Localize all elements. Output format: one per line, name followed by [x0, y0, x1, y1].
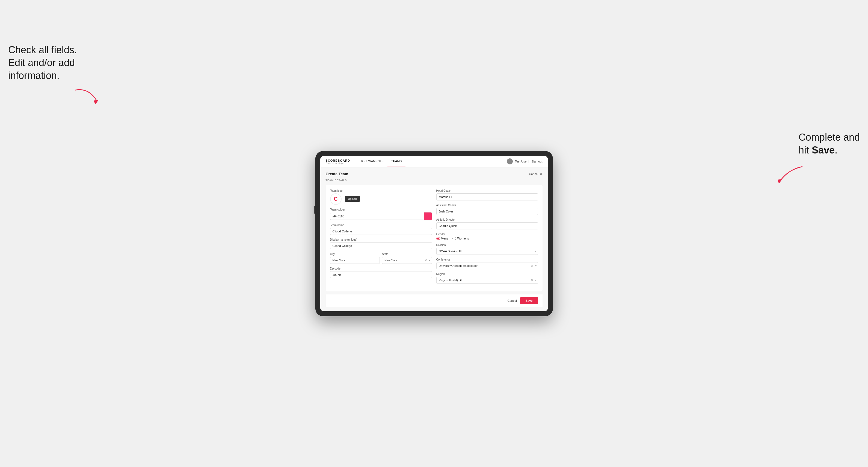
form-header: Create Team Cancel ✕: [326, 172, 542, 176]
display-name-input[interactable]: [330, 242, 432, 249]
city-group: City: [330, 253, 380, 264]
team-colour-group: Team colour: [330, 208, 432, 220]
region-clear-icon[interactable]: ✕: [531, 278, 533, 282]
nav-links: TOURNAMENTS TEAMS: [356, 156, 405, 167]
gender-womens-text: Womens: [457, 237, 469, 240]
section-label: TEAM DETAILS: [326, 179, 542, 182]
display-name-label: Display name (unique): [330, 238, 432, 241]
annotation-right-line2: hit Save.: [799, 145, 837, 156]
header-cancel-button[interactable]: Cancel ✕: [529, 172, 542, 176]
team-colour-label: Team colour: [330, 208, 432, 211]
form-card: Team logo C Upload Team colo: [326, 185, 542, 291]
annotation-right: Complete and hit Save.: [799, 131, 860, 157]
gender-mens-text: Mens: [441, 237, 448, 240]
zip-input[interactable]: [330, 271, 432, 278]
annotation-line2: Edit and/or add: [8, 57, 75, 68]
head-coach-input[interactable]: [436, 193, 538, 200]
form-columns: Team logo C Upload Team colo: [330, 189, 538, 287]
conference-group: Conference University Athletic Associati…: [436, 258, 538, 269]
form-title: Create Team: [326, 172, 348, 176]
division-group: Division NCAA Division III ▾: [436, 244, 538, 255]
region-select[interactable]: Region II - (M) DIII: [436, 277, 538, 284]
gender-mens-radio[interactable]: [436, 237, 440, 240]
right-arrow: [775, 164, 805, 186]
form-footer: Cancel Save: [326, 294, 542, 307]
annotation-left: Check all fields. Edit and/or add inform…: [8, 44, 77, 82]
team-logo-label: Team logo: [330, 189, 432, 192]
gender-row: Mens Womens: [436, 237, 538, 240]
color-field-wrapper: [330, 212, 432, 220]
team-name-label: Team name: [330, 224, 432, 227]
assistant-coach-input[interactable]: [436, 208, 538, 215]
assistant-coach-label: Assistant Coach: [436, 204, 538, 207]
color-swatch[interactable]: [424, 212, 432, 220]
upload-button[interactable]: Upload: [345, 196, 360, 202]
nav-right: Test User | Sign out: [507, 158, 542, 164]
close-icon: ✕: [539, 172, 542, 176]
left-column: Team logo C Upload Team colo: [330, 189, 432, 287]
division-label: Division: [436, 244, 538, 247]
conference-label: Conference: [436, 258, 538, 261]
gender-group: Gender Mens Womens: [436, 233, 538, 240]
tablet-frame: SCOREBOARD Powered by clippd TOURNAMENTS…: [315, 151, 553, 316]
cancel-label: Cancel: [529, 172, 538, 176]
tablet-screen: SCOREBOARD Powered by clippd TOURNAMENTS…: [320, 156, 548, 311]
assistant-coach-group: Assistant Coach: [436, 204, 538, 215]
team-name-input[interactable]: [330, 228, 432, 235]
user-name: Test User |: [515, 160, 529, 163]
athletic-director-group: Athletic Director: [436, 218, 538, 229]
logo-text: SCOREBOARD: [326, 159, 350, 162]
zip-label: Zip code: [330, 267, 432, 270]
zip-group: Zip code: [330, 267, 432, 278]
nav-tournaments[interactable]: TOURNAMENTS: [356, 156, 388, 167]
team-logo-group: Team logo C Upload: [330, 189, 432, 205]
conference-clear-icon[interactable]: ✕: [531, 264, 533, 268]
annotation-line3: information.: [8, 70, 60, 81]
conference-select[interactable]: University Athletic Association: [436, 262, 538, 269]
state-label: State: [382, 253, 432, 256]
annotation-right-line1: Complete and: [799, 132, 860, 143]
region-label: Region: [436, 273, 538, 276]
city-state-row: City State New York ✕: [330, 253, 432, 264]
gender-mens-label[interactable]: Mens: [436, 237, 448, 240]
logo-sub: Powered by clippd: [326, 162, 350, 164]
region-group: Region Region II - (M) DIII ✕ ▾: [436, 273, 538, 284]
division-select[interactable]: NCAA Division III: [436, 248, 538, 255]
athletic-director-label: Athletic Director: [436, 218, 538, 221]
state-group: State New York ✕ ▾: [382, 253, 432, 264]
head-coach-group: Head Coach: [436, 189, 538, 200]
gender-womens-radio[interactable]: [453, 237, 456, 240]
region-select-wrapper: Region II - (M) DIII ✕ ▾: [436, 277, 538, 284]
state-clear-icon[interactable]: ✕: [425, 258, 427, 262]
annotation-line1: Check all fields.: [8, 44, 77, 56]
gender-label: Gender: [436, 233, 538, 236]
conference-select-wrapper: University Athletic Association ✕ ▾: [436, 262, 538, 269]
footer-cancel-button[interactable]: Cancel: [507, 299, 517, 302]
logo-circle: C: [330, 193, 342, 205]
save-button[interactable]: Save: [520, 297, 538, 304]
team-colour-input[interactable]: [330, 213, 424, 220]
display-name-group: Display name (unique): [330, 238, 432, 249]
logo-area: SCOREBOARD Powered by clippd: [326, 159, 350, 164]
city-label: City: [330, 253, 380, 256]
division-select-wrapper: NCAA Division III ▾: [436, 248, 538, 255]
svg-marker-0: [94, 100, 99, 104]
nav-teams[interactable]: TEAMS: [388, 156, 406, 167]
left-arrow: [72, 85, 102, 106]
svg-marker-1: [777, 179, 782, 184]
avatar: [507, 158, 513, 164]
sign-out-link[interactable]: Sign out: [531, 160, 542, 163]
state-select-wrapper: New York ✕ ▾: [382, 257, 432, 264]
head-coach-label: Head Coach: [436, 189, 538, 192]
tablet-side-button: [314, 206, 315, 214]
main-content: Create Team Cancel ✕ TEAM DETAILS: [320, 167, 548, 311]
gender-womens-label[interactable]: Womens: [453, 237, 469, 240]
athletic-director-input[interactable]: [436, 222, 538, 229]
logo-letter: C: [334, 196, 338, 202]
logo-upload-area: C Upload: [330, 193, 432, 205]
right-column: Head Coach Assistant Coach Athletic Dire…: [436, 189, 538, 287]
top-nav: SCOREBOARD Powered by clippd TOURNAMENTS…: [320, 156, 548, 167]
city-input[interactable]: [330, 257, 380, 264]
team-name-group: Team name: [330, 224, 432, 235]
